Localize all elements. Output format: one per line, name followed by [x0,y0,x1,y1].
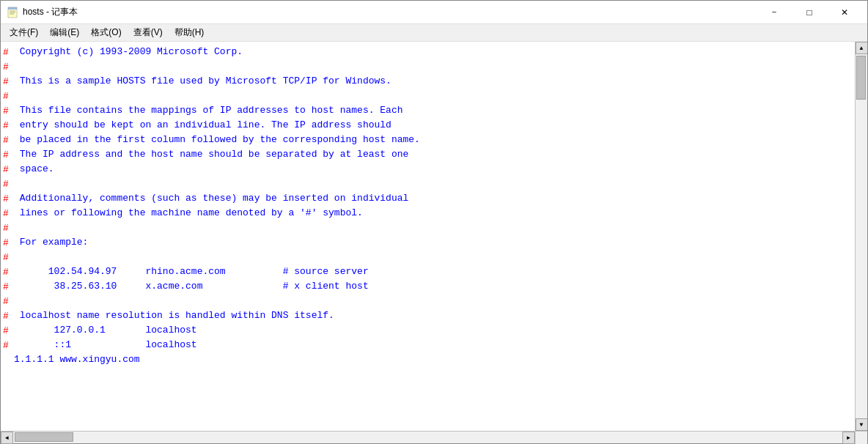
svg-rect-1 [8,7,17,10]
gutter-line: # [1,147,11,162]
scroll-left-button[interactable]: ◄ [1,432,13,444]
maximize-button[interactable]: □ [792,5,826,20]
gutter-line: # [1,162,11,177]
menu-help[interactable]: 帮助(H) [169,25,210,40]
main-content: ##################### ▲ ▼ ◄ ► [1,42,867,443]
scroll-right-button[interactable]: ► [842,432,855,444]
left-gutter: ##################### [1,42,11,431]
gutter-line: # [1,133,11,147]
gutter-line: # [1,308,11,323]
menu-edit[interactable]: 编辑(E) [44,25,85,40]
gutter-line: # [1,89,11,103]
scroll-track-v[interactable] [856,54,867,418]
window-title: hosts - 记事本 [23,6,78,18]
gutter-line: # [1,118,11,133]
gutter-line: # [1,177,11,191]
menu-format[interactable]: 格式(O) [85,25,127,40]
minimize-button[interactable]: － [757,5,791,20]
gutter-line: # [1,323,11,338]
gutter-line: # [1,235,11,250]
gutter-line: # [1,206,11,221]
gutter-line: # [1,103,11,118]
gutter-line: # [1,74,11,89]
editor-row: ##################### ▲ ▼ [1,42,867,431]
vertical-scrollbar[interactable]: ▲ ▼ [855,42,867,431]
gutter-line: # [1,191,11,206]
scrollbar-corner [855,432,867,444]
gutter-line: # [1,221,11,235]
scroll-track-h[interactable] [13,432,842,443]
close-button[interactable]: ✕ [828,5,861,20]
title-bar-left: hosts - 记事本 [7,6,78,18]
scroll-up-button[interactable]: ▲ [856,42,868,54]
title-bar: hosts - 记事本 － □ ✕ [1,1,867,24]
scroll-down-button[interactable]: ▼ [856,418,868,431]
gutter-line: # [1,250,11,264]
gutter-line: # [1,279,11,294]
horizontal-scrollbar[interactable]: ◄ ► [1,431,867,443]
window: hosts - 记事本 － □ ✕ 文件(F) 编辑(E) 格式(O) 查看(V… [0,0,868,444]
menu-bar: 文件(F) 编辑(E) 格式(O) 查看(V) 帮助(H) [1,24,867,42]
title-controls: － □ ✕ [757,5,861,20]
menu-view[interactable]: 查看(V) [128,25,169,40]
text-editor[interactable] [11,42,855,431]
scroll-thumb-v[interactable] [856,56,866,100]
gutter-line: # [1,59,11,74]
scroll-thumb-h[interactable] [15,432,73,442]
gutter-line: # [1,264,11,279]
gutter-line: # [1,45,11,59]
notepad-icon [7,7,18,18]
gutter-line [1,352,11,367]
gutter-line: # [1,338,11,352]
gutter-line: # [1,294,11,308]
menu-file[interactable]: 文件(F) [4,25,44,40]
